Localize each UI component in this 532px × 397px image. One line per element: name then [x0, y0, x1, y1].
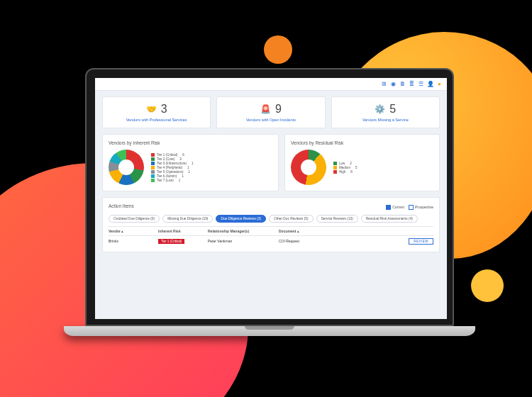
- report-icon[interactable]: ≣: [409, 81, 415, 87]
- dashboard-screen: ⊞ ◉ 🗎 ≣ ☰ 👤 ● 🤝 3 Vendors with Professio…: [95, 78, 447, 319]
- legend-residual: Low2Medium5High8: [333, 162, 358, 174]
- col-document[interactable]: Document ▴: [279, 229, 336, 233]
- globe-icon[interactable]: ◉: [390, 81, 397, 87]
- chart-title: Vendors by Inherent Risk: [109, 140, 272, 145]
- table-header: Vendor ▴ Inherent Risk Relationship Mana…: [109, 226, 433, 236]
- legend-item[interactable]: Tier 7 (Low)1: [151, 179, 194, 182]
- cell-vendor: Brinks: [109, 239, 158, 243]
- dashboard-content: 🤝 3 Vendors with Professional Services 🚨…: [95, 91, 447, 258]
- top-toolbar: ⊞ ◉ 🗎 ≣ ☰ 👤 ●: [95, 78, 447, 91]
- section-title: Action Items: [109, 203, 134, 208]
- tab-pill[interactable]: Due Diligence Reviews (3): [216, 215, 266, 223]
- laptop-base: [64, 326, 475, 336]
- kpi-card-open-incidents[interactable]: 🚨 9 Vendors with Open Incidents: [216, 96, 325, 128]
- tab-pill[interactable]: Missing Due Diligence (19): [162, 215, 213, 223]
- kpi-row: 🤝 3 Vendors with Professional Services 🚨…: [102, 96, 440, 128]
- kpi-value: 9: [275, 103, 282, 116]
- tab-pill[interactable]: Other Doc Reviews (5): [269, 215, 314, 223]
- kpi-label: Vendors Missing a Service: [362, 118, 409, 122]
- bg-blob-orange-small: [264, 35, 292, 64]
- legend-item[interactable]: Tier 1 (Critical)6: [151, 153, 194, 157]
- legend-item[interactable]: Medium5: [333, 166, 358, 169]
- risk-badge: Tier 1 (Critical): [158, 239, 184, 244]
- legend-item[interactable]: Tier 4 (Peripheral)1: [151, 166, 194, 169]
- legend-item[interactable]: Tier 2 (Core)3: [151, 157, 194, 161]
- legend-item[interactable]: Low2: [333, 162, 358, 165]
- checkbox-current[interactable]: Current: [386, 205, 404, 210]
- kpi-label: Vendors with Professional Services: [126, 118, 187, 122]
- user-icon[interactable]: 👤: [427, 81, 433, 87]
- col-inherent-risk[interactable]: Inherent Risk: [158, 229, 208, 233]
- filter-checkboxes: Current Prospective: [386, 205, 433, 210]
- avatar-icon[interactable]: ●: [436, 81, 443, 87]
- list-icon[interactable]: ☰: [418, 81, 424, 87]
- laptop-frame: ⊞ ◉ 🗎 ≣ ☰ 👤 ● 🤝 3 Vendors with Professio…: [85, 68, 454, 336]
- alarm-icon: 🚨: [260, 104, 271, 114]
- kpi-label: Vendors with Open Incidents: [246, 118, 296, 122]
- legend-item[interactable]: Tier 5 (Operations)1: [151, 170, 194, 174]
- tab-pill[interactable]: Service Reviews (13): [316, 215, 358, 223]
- gear-warning-icon: ⚙️: [375, 104, 385, 114]
- chart-card-residual-risk: Vendors by Residual Risk Low2Medium5High…: [284, 134, 440, 191]
- checkbox-prospective[interactable]: Prospective: [409, 205, 433, 210]
- kpi-card-professional-services[interactable]: 🤝 3 Vendors with Professional Services: [102, 96, 211, 128]
- cell-document: COI Request: [279, 239, 336, 243]
- bg-blob-yellow-small: [471, 269, 504, 302]
- col-action: [336, 229, 433, 233]
- legend-item[interactable]: High8: [333, 170, 358, 174]
- chart-card-inherent-risk: Vendors by Inherent Risk Tier 1 (Critica…: [102, 134, 279, 191]
- col-vendor[interactable]: Vendor ▴: [109, 229, 158, 233]
- kpi-card-missing-service[interactable]: ⚙️ 5 Vendors Missing a Service: [331, 96, 440, 128]
- legend-item[interactable]: Tier 3 (Infrastructure)1: [151, 162, 194, 165]
- legend-inherent: Tier 1 (Critical)6Tier 2 (Core)3Tier 3 (…: [151, 153, 194, 182]
- laptop-bezel: ⊞ ◉ 🗎 ≣ ☰ 👤 ● 🤝 3 Vendors with Professio…: [85, 68, 454, 326]
- chart-row: Vendors by Inherent Risk Tier 1 (Critica…: [102, 134, 440, 191]
- document-icon[interactable]: 🗎: [399, 81, 406, 87]
- tab-pill[interactable]: Outdated Due Diligence (0): [109, 215, 160, 223]
- donut-chart-inherent[interactable]: [109, 150, 144, 185]
- cell-manager: Peter Venkman: [208, 239, 279, 243]
- donut-chart-residual[interactable]: [291, 150, 326, 185]
- action-tabs: Outdated Due Diligence (0)Missing Due Di…: [109, 215, 433, 223]
- action-items-card: Action Items Current Prospective Outdate…: [102, 197, 440, 252]
- col-relationship-manager[interactable]: Relationship Manager(s): [208, 229, 279, 233]
- kpi-value: 5: [389, 103, 396, 116]
- apps-grid-icon[interactable]: ⊞: [381, 81, 387, 87]
- table-row: Brinks Tier 1 (Critical) Peter Venkman C…: [109, 236, 433, 246]
- handshake-icon: 🤝: [146, 104, 157, 114]
- legend-item[interactable]: Tier 6 (Admin)1: [151, 174, 194, 178]
- review-button[interactable]: REVIEW: [409, 238, 433, 245]
- chart-title: Vendors by Residual Risk: [291, 140, 433, 145]
- kpi-value: 3: [161, 103, 167, 116]
- tab-pill[interactable]: Residual Risk Assessments (4): [361, 215, 418, 223]
